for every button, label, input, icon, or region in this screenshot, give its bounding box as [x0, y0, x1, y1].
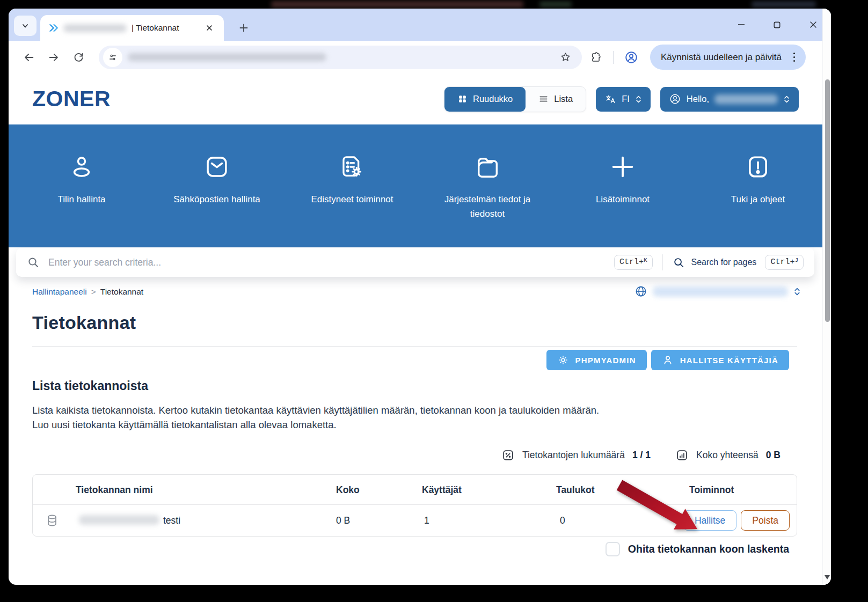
updown-chevron-icon — [793, 287, 801, 297]
description-line: Luo uusi tietokanta käyttämällä tietokan… — [32, 418, 599, 432]
delete-button[interactable]: Poista — [741, 510, 790, 531]
database-count-icon — [501, 449, 515, 462]
search-divider — [662, 254, 663, 270]
breadcrumb-current: Tietokannat — [100, 287, 143, 297]
search-input[interactable] — [48, 257, 614, 268]
search-pages-label[interactable]: Search for pages — [691, 258, 757, 267]
shortcut-key: K — [644, 258, 647, 263]
total-size-label: Koko yhteensä — [696, 450, 758, 461]
background-blur — [539, 2, 572, 7]
section-heading: Lista tietokannoista — [32, 379, 148, 393]
browser-window: | Tietokannat — [9, 9, 831, 585]
column-header-users: Käyttäjät — [422, 484, 462, 495]
redacted-environment-name — [653, 287, 788, 297]
scrollbar-thumb[interactable] — [825, 79, 830, 322]
description-line: Lista kaikista tietokannoista. Kertoo ku… — [32, 403, 599, 418]
background-blur — [271, 1, 523, 8]
skip-size-calculation-row: Ohita tietokannan koon laskenta — [606, 542, 789, 556]
search-pages-icon — [673, 256, 685, 269]
breadcrumb: Hallintapaneeli > Tietokannat — [32, 287, 143, 297]
database-count-value: 1 / 1 — [632, 450, 651, 461]
column-header-size: Koko — [336, 484, 360, 495]
manage-users-button[interactable]: HALLITSE KÄYTTÄJIÄ — [651, 350, 789, 370]
shortcut-modifier: Ctrl+ — [619, 258, 644, 266]
database-users: 1 — [424, 515, 429, 526]
title-divider — [32, 346, 797, 347]
page-actions: PHPMYADMIN HALLITSE KÄYTTÄJIÄ — [546, 350, 789, 370]
total-size-icon — [675, 449, 689, 462]
globe-icon — [634, 285, 647, 298]
shortcut-key: J — [794, 258, 798, 263]
scrollbar-down-arrow[interactable] — [825, 575, 830, 579]
environment-selector[interactable] — [634, 285, 801, 298]
database-tables: 0 — [560, 515, 565, 526]
database-count-label: Tietokantojen lukumäärä — [522, 450, 625, 461]
shortcut-modifier: Ctrl+ — [770, 258, 794, 266]
column-header-name: Tietokannan nimi — [76, 484, 153, 495]
scrollbar-track[interactable] — [822, 9, 831, 585]
skip-size-label: Ohita tietokannan koon laskenta — [628, 543, 789, 555]
gear-icon — [557, 354, 569, 366]
search-icon — [27, 256, 40, 269]
annotation-arrow — [614, 480, 705, 533]
database-icon — [45, 513, 60, 528]
search-card: Ctrl+K Search for pages Ctrl+J — [16, 248, 814, 277]
page-content: Hallintapaneeli > Tietokannat Tietokanna… — [9, 9, 822, 585]
person-icon — [662, 354, 674, 366]
skip-size-checkbox[interactable] — [606, 542, 620, 556]
pages-shortcut-badge: Ctrl+J — [765, 255, 804, 270]
manage-users-label: HALLITSE KÄYTTÄJIÄ — [680, 356, 778, 365]
background-blur — [752, 2, 816, 7]
redacted-database-prefix — [79, 515, 159, 525]
search-shortcut-badge: Ctrl+K — [614, 255, 653, 270]
breadcrumb-separator: > — [91, 287, 96, 297]
total-size-value: 0 B — [766, 450, 781, 461]
column-header-tables: Taulukot — [556, 484, 595, 495]
phpmyadmin-label: PHPMYADMIN — [575, 356, 636, 365]
breadcrumb-home-link[interactable]: Hallintapaneeli — [32, 287, 87, 297]
desktop: { "browser": { "tab_title": "| Tietokann… — [0, 0, 868, 602]
section-description: Lista kaikista tietokannoista. Kertoo ku… — [32, 403, 599, 432]
phpmyadmin-button[interactable]: PHPMYADMIN — [546, 350, 647, 370]
page-title: Tietokannat — [32, 312, 136, 333]
database-name: testi — [163, 515, 180, 526]
database-size: 0 B — [336, 515, 350, 526]
stats-row: Tietokantojen lukumäärä 1 / 1 Koko yhtee… — [501, 449, 781, 462]
